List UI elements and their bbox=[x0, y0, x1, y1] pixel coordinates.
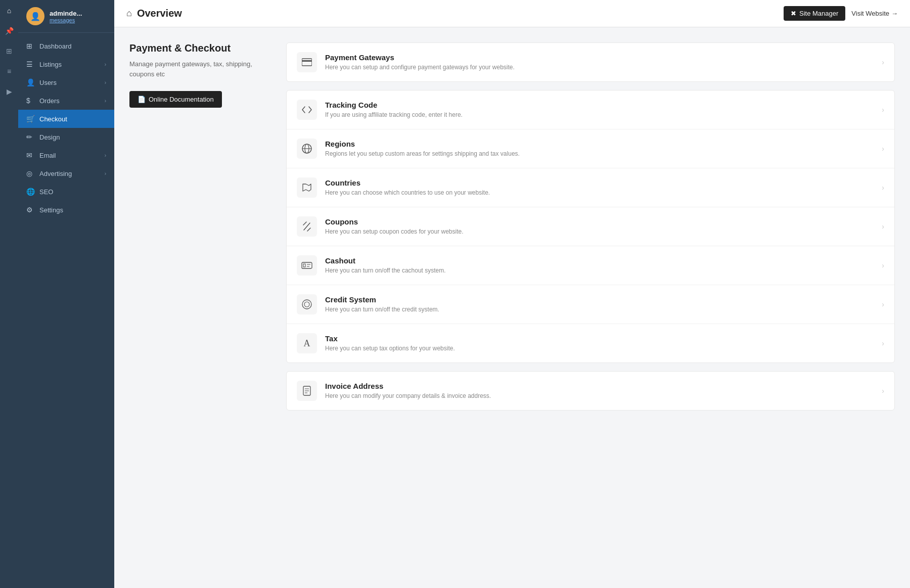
chevron-right-icon: › bbox=[882, 184, 884, 192]
sidebar-item-label: Email bbox=[39, 152, 100, 159]
coupons-icon bbox=[297, 216, 317, 237]
sidebar-item-dashboard[interactable]: ⊞ Dashboard bbox=[18, 37, 114, 55]
sidebar-item-orders[interactable]: $ Orders › bbox=[18, 92, 114, 110]
svg-rect-0 bbox=[302, 59, 312, 66]
tax-title: Tax bbox=[325, 334, 882, 343]
sidebar-user-info: adminde... messages bbox=[50, 10, 106, 23]
tracking-code-desc: If you are using affiliate tracking code… bbox=[325, 111, 882, 119]
sidebar-item-seo[interactable]: 🌐 SEO bbox=[18, 183, 114, 201]
countries-text: Countries Here you can choose which coun… bbox=[325, 178, 882, 197]
sidebar-item-label: Checkout bbox=[39, 115, 106, 123]
tracking-code-icon bbox=[297, 100, 317, 120]
sidebar-item-label: Listings bbox=[39, 61, 100, 68]
avatar: 👤 bbox=[26, 7, 44, 25]
listings-icon: ☰ bbox=[26, 60, 34, 68]
sidebar-item-listings[interactable]: ☰ Listings › bbox=[18, 55, 114, 73]
chevron-right-icon: › bbox=[882, 145, 884, 153]
chevron-right-icon: › bbox=[882, 106, 884, 114]
payment-gateways-icon bbox=[297, 52, 317, 72]
chevron-right-icon: › bbox=[882, 387, 884, 395]
visit-website-label: Visit Website bbox=[851, 10, 889, 17]
credit-system-item[interactable]: Credit System Here you can turn on/off t… bbox=[287, 285, 894, 324]
settings-icon: ⚙ bbox=[26, 206, 34, 214]
bar-icon-list[interactable]: ≡ bbox=[4, 66, 15, 77]
chevron-right-icon: › bbox=[882, 222, 884, 231]
bar-icon-grid[interactable]: ⊞ bbox=[4, 46, 15, 57]
invoice-card: Invoice Address Here you can modify your… bbox=[286, 371, 895, 411]
bar-icon-pin[interactable]: 📌 bbox=[4, 25, 15, 36]
credit-system-title: Credit System bbox=[325, 295, 882, 304]
svg-point-14 bbox=[304, 302, 309, 307]
chevron-right-icon: › bbox=[882, 300, 884, 308]
cashout-text: Cashout Here you can turn on/off the cac… bbox=[325, 256, 882, 275]
chevron-right-icon: › bbox=[882, 339, 884, 347]
users-icon: 👤 bbox=[26, 78, 34, 86]
tax-item[interactable]: A Tax Here you can setup tax options for… bbox=[287, 324, 894, 363]
docs-button[interactable]: 📄 Online Documentation bbox=[129, 91, 222, 108]
topbar-right: ✖ Site Manager Visit Website → bbox=[784, 6, 898, 21]
svg-point-13 bbox=[302, 300, 311, 309]
tax-desc: Here you can setup tax options for your … bbox=[325, 344, 882, 353]
regions-text: Regions Regions let you setup custom are… bbox=[325, 140, 882, 158]
invoice-address-item[interactable]: Invoice Address Here you can modify your… bbox=[287, 372, 894, 410]
countries-title: Countries bbox=[325, 178, 882, 187]
payment-gateways-text: Payment Gateways Here you can setup and … bbox=[325, 53, 882, 72]
advertising-icon: ◎ bbox=[26, 169, 34, 177]
sidebar-item-users[interactable]: 👤 Users › bbox=[18, 73, 114, 92]
svg-rect-1 bbox=[302, 60, 312, 62]
payment-gateways-title: Payment Gateways bbox=[325, 53, 882, 62]
chevron-right-icon: › bbox=[105, 62, 106, 67]
sidebar-item-advertising[interactable]: ◎ Advertising › bbox=[18, 164, 114, 183]
section-title: Payment & Checkout bbox=[129, 42, 271, 54]
coupons-text: Coupons Here you can setup coupon codes … bbox=[325, 217, 882, 236]
sidebar-item-design[interactable]: ✏ Design bbox=[18, 128, 114, 146]
seo-icon: 🌐 bbox=[26, 188, 34, 196]
right-panel: Payment Gateways Here you can setup and … bbox=[286, 42, 895, 573]
chevron-right-icon: › bbox=[882, 58, 884, 66]
regions-title: Regions bbox=[325, 140, 882, 148]
visit-website-button[interactable]: Visit Website → bbox=[851, 10, 898, 17]
countries-desc: Here you can choose which countries to u… bbox=[325, 189, 882, 197]
countries-icon bbox=[297, 177, 317, 198]
sidebar-item-label: Users bbox=[39, 79, 100, 86]
countries-item[interactable]: Countries Here you can choose which coun… bbox=[287, 168, 894, 207]
site-manager-button[interactable]: ✖ Site Manager bbox=[784, 6, 845, 21]
tracking-code-item[interactable]: Tracking Code If you are using affiliate… bbox=[287, 91, 894, 129]
design-icon: ✏ bbox=[26, 133, 34, 141]
payment-gateways-desc: Here you can setup and configure payment… bbox=[325, 63, 882, 72]
topbar: ⌂ Overview ✖ Site Manager Visit Website … bbox=[114, 0, 910, 27]
tracking-code-text: Tracking Code If you are using affiliate… bbox=[325, 101, 882, 119]
checkout-icon: 🛒 bbox=[26, 115, 34, 123]
dashboard-icon: ⊞ bbox=[26, 42, 34, 50]
chevron-right-icon: › bbox=[105, 171, 106, 176]
sidebar-item-label: SEO bbox=[39, 188, 106, 196]
sidebar-username: adminde... bbox=[50, 10, 106, 17]
tax-icon: A bbox=[297, 333, 317, 353]
sidebar-item-label: Settings bbox=[39, 206, 106, 214]
bar-icon-home[interactable]: ⌂ bbox=[4, 5, 15, 16]
sidebar-item-email[interactable]: ✉ Email › bbox=[18, 146, 114, 164]
credit-system-text: Credit System Here you can turn on/off t… bbox=[325, 295, 882, 314]
topbar-left: ⌂ Overview bbox=[126, 8, 182, 19]
tax-letter: A bbox=[304, 338, 310, 349]
main-content: ⌂ Overview ✖ Site Manager Visit Website … bbox=[114, 0, 910, 588]
regions-item[interactable]: Regions Regions let you setup custom are… bbox=[287, 129, 894, 168]
sidebar-item-label: Orders bbox=[39, 97, 100, 105]
cashout-icon bbox=[297, 255, 317, 276]
docs-icon: 📄 bbox=[138, 96, 146, 103]
regions-desc: Regions let you setup custom areas for s… bbox=[325, 150, 882, 158]
sidebar-messages-link[interactable]: messages bbox=[50, 17, 106, 23]
bar-icon-play[interactable]: ▶ bbox=[4, 86, 15, 97]
sidebar-item-checkout[interactable]: 🛒 Checkout bbox=[18, 110, 114, 128]
coupons-item[interactable]: Coupons Here you can setup coupon codes … bbox=[287, 207, 894, 246]
credit-system-desc: Here you can turn on/off the credit syst… bbox=[325, 305, 882, 314]
sidebar-item-settings[interactable]: ⚙ Settings bbox=[18, 201, 114, 219]
invoice-address-title: Invoice Address bbox=[325, 382, 882, 390]
sidebar-header: 👤 adminde... messages bbox=[18, 0, 114, 33]
payment-gateways-item[interactable]: Payment Gateways Here you can setup and … bbox=[287, 43, 894, 81]
cashout-item[interactable]: Cashout Here you can turn on/off the cac… bbox=[287, 246, 894, 285]
email-icon: ✉ bbox=[26, 151, 34, 159]
svg-rect-10 bbox=[303, 264, 305, 267]
payment-gateways-card: Payment Gateways Here you can setup and … bbox=[286, 42, 895, 82]
tracking-code-title: Tracking Code bbox=[325, 101, 882, 109]
